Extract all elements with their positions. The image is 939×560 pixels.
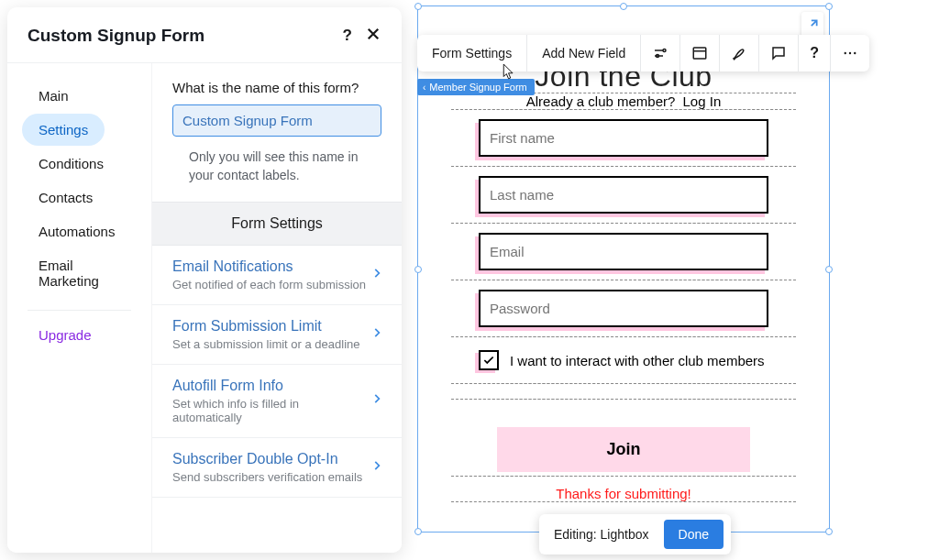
panel-body: Main Settings Conditions Contacts Automa…	[7, 63, 402, 553]
last-name-input[interactable]	[479, 176, 768, 214]
setting-submission-limit[interactable]: Form Submission Limit Set a submission l…	[152, 305, 402, 365]
setting-title: Autofill Form Info	[172, 378, 370, 394]
setting-title: Form Submission Limit	[172, 318, 360, 335]
field-email[interactable]	[451, 223, 796, 280]
sidebar-item-email-marketing[interactable]: Email Marketing	[22, 249, 142, 297]
panel-header-actions: ?	[343, 26, 381, 46]
sidebar-item-label: Conditions	[39, 156, 104, 171]
svg-point-0	[663, 49, 666, 52]
setting-title: Subscriber Double Opt-In	[172, 451, 362, 467]
panel-sidebar: Main Settings Conditions Contacts Automa…	[7, 63, 152, 553]
chevron-left-icon: ‹	[423, 82, 425, 93]
setting-double-opt-in[interactable]: Subscriber Double Opt-In Send subscriber…	[152, 438, 402, 498]
resize-handle[interactable]	[620, 3, 627, 10]
svg-rect-2	[693, 48, 706, 59]
form-name-block: What is the name of this form? Only you …	[152, 63, 402, 202]
chevron-right-icon	[370, 267, 383, 283]
setting-text: Email Notifications Get notified of each…	[172, 258, 366, 291]
sidebar-item-contacts[interactable]: Contacts	[22, 181, 109, 214]
password-input[interactable]	[479, 290, 768, 327]
consent-checkbox[interactable]	[479, 350, 499, 370]
done-button[interactable]: Done	[664, 520, 724, 549]
thanks-message[interactable]: Thanks for submitting!	[451, 476, 796, 502]
setting-text: Autofill Form Info Set which info is fil…	[172, 378, 370, 424]
sidebar-item-label: Main	[39, 88, 69, 104]
help-icon[interactable]: ?	[343, 27, 352, 45]
sidebar-item-label: Contacts	[39, 190, 93, 205]
resize-handle[interactable]	[414, 266, 422, 273]
resize-handle[interactable]	[825, 528, 833, 535]
settings-panel: Custom Signup Form ? Main Settings Condi…	[7, 7, 402, 553]
join-row: Join	[451, 399, 796, 477]
toolbar-add-new-field[interactable]: Add New Field	[527, 35, 641, 71]
form-preview[interactable]: Join the Club Already a club member? Log…	[425, 43, 822, 524]
resize-handle[interactable]	[414, 528, 422, 535]
chevron-right-icon	[370, 326, 383, 343]
resize-handle[interactable]	[414, 3, 422, 10]
panel-header: Custom Signup Form ?	[7, 7, 402, 63]
breadcrumb-tag[interactable]: ‹ Member Signup Form	[417, 79, 535, 95]
first-name-input[interactable]	[479, 119, 768, 157]
toolbar-label: Form Settings	[432, 46, 512, 60]
setting-title: Email Notifications	[172, 258, 366, 275]
settings-sliders-icon[interactable]	[641, 35, 680, 71]
expand-icon[interactable]	[801, 12, 823, 38]
setting-sub: Get notified of each form submission	[172, 278, 366, 291]
field-password[interactable]	[451, 280, 796, 337]
chevron-right-icon	[370, 459, 383, 476]
section-header-form-settings: Form Settings	[152, 202, 402, 246]
field-first-name[interactable]	[451, 109, 796, 167]
svg-point-4	[849, 52, 851, 54]
form-name-label: What is the name of this form?	[172, 80, 381, 95]
close-icon[interactable]	[365, 26, 381, 46]
help-label: ?	[810, 45, 819, 61]
editing-bar: Editing: Lightbox Done	[539, 514, 731, 555]
svg-point-3	[845, 52, 846, 54]
sidebar-item-conditions[interactable]: Conditions	[22, 148, 120, 180]
sidebar-item-settings[interactable]: Settings	[22, 114, 105, 146]
join-button[interactable]: Join	[497, 427, 750, 472]
design-icon[interactable]	[720, 35, 759, 71]
sidebar-divider	[28, 310, 131, 311]
sidebar-upgrade[interactable]: Upgrade	[22, 320, 108, 350]
setting-sub: Set a submission limit or a deadline	[172, 337, 360, 351]
setting-sub: Set which info is filled in automaticall…	[172, 397, 370, 424]
panel-title: Custom Signup Form	[28, 26, 204, 46]
element-toolbar: Form Settings Add New Field ?	[417, 35, 869, 71]
form-name-input[interactable]	[172, 104, 381, 137]
sidebar-item-label: Email Marketing	[39, 258, 99, 289]
comment-icon[interactable]	[759, 35, 799, 71]
cursor-pointer-icon	[499, 62, 515, 86]
sidebar-item-label: Settings	[39, 122, 88, 137]
form-login-link[interactable]: Log In	[683, 93, 722, 109]
form-subtitle-text: Already a club member?	[526, 93, 676, 109]
consent-label: I want to interact with other club membe…	[510, 353, 765, 368]
panel-content: What is the name of this form? Only you …	[152, 63, 402, 553]
editing-label: Editing: Lightbox	[554, 527, 649, 542]
consent-row[interactable]: I want to interact with other club membe…	[451, 336, 796, 384]
chevron-right-icon	[370, 392, 383, 409]
svg-point-5	[854, 52, 856, 54]
toolbar-label: Add New Field	[542, 46, 625, 60]
sidebar-item-main[interactable]: Main	[22, 80, 85, 112]
setting-text: Subscriber Double Opt-In Send subscriber…	[172, 451, 362, 484]
form-name-help: Only you will see this name in your cont…	[172, 148, 381, 185]
checkbox-icon	[479, 350, 499, 370]
setting-sub: Send subscribers verification emails	[172, 470, 362, 484]
sidebar-item-label: Automations	[39, 224, 115, 239]
resize-handle[interactable]	[825, 266, 833, 273]
spacer-row	[451, 383, 796, 400]
email-input[interactable]	[479, 233, 768, 270]
resize-handle[interactable]	[825, 3, 833, 10]
layout-icon[interactable]	[680, 35, 720, 71]
setting-text: Form Submission Limit Set a submission l…	[172, 318, 360, 351]
toolbar-help-icon[interactable]: ?	[799, 35, 831, 71]
sidebar-item-automations[interactable]: Automations	[22, 215, 131, 247]
sidebar-upgrade-label: Upgrade	[39, 327, 92, 343]
setting-autofill[interactable]: Autofill Form Info Set which info is fil…	[152, 365, 402, 438]
more-icon[interactable]	[831, 35, 869, 71]
setting-email-notifications[interactable]: Email Notifications Get notified of each…	[152, 246, 402, 305]
field-last-name[interactable]	[451, 166, 796, 224]
